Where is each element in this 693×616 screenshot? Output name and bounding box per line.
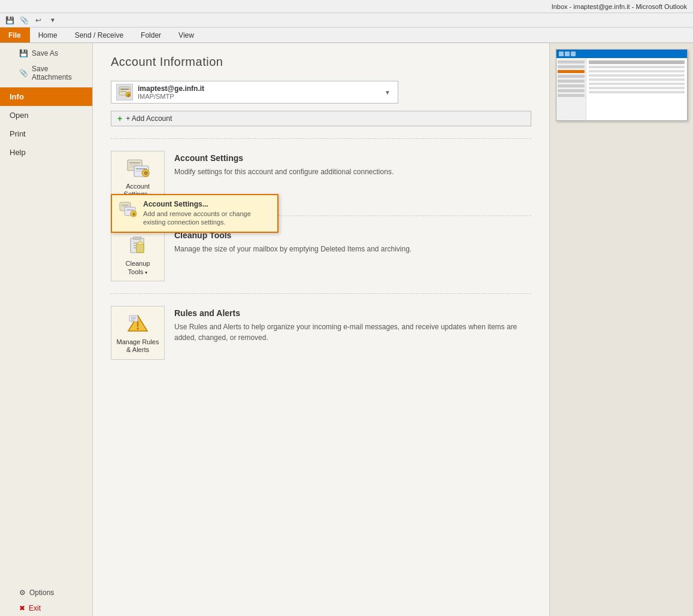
preview-body [556,58,687,120]
svg-rect-1 [120,89,129,90]
quick-access-toolbar: 💾 📎 ↩ ▼ [0,13,693,28]
account-info: imaptest@ge.infn.it IMAP/SMTP [138,84,382,100]
prev-sidebar-line-6 [558,89,585,92]
cleanup-tools-section: CleanupTools ▾ Cleanup Tools Manage the … [111,223,531,286]
prev-row-6 [589,87,685,89]
preview-dot-3 [571,51,576,56]
rules-alerts-section: Manage Rules& Alerts Rules and Alerts Us… [111,301,531,365]
save-icon[interactable]: 💾 [4,15,16,26]
options-icon: ⚙ [19,588,26,597]
app-container: 💾 Save As 📎 Save Attachments Info Open P… [0,43,693,616]
rules-alerts-label: Manage Rules& Alerts [117,338,159,354]
rules-alerts-icon [126,312,150,336]
sidebar-item-options[interactable]: ⚙ Options [0,585,92,600]
preview-titlebar [556,50,687,58]
prev-sidebar-line-2 [558,65,585,68]
prev-row-2 [589,70,685,72]
sidebar-item-info[interactable]: Info [0,87,92,106]
cleanup-tools-icon [126,233,150,257]
dropdown-account-icon: ⚙ [118,200,137,219]
save-as-icon: 💾 [19,49,28,57]
page-title: Account Information [111,55,531,69]
add-icon: + [117,114,122,123]
cleanup-tools-label: CleanupTools ▾ [126,260,150,275]
save-attach-icon: 📎 [19,69,28,77]
account-settings-heading: Account Settings [174,153,531,163]
sidebar-item-open[interactable]: Open [0,106,92,125]
open-label: Open [10,111,29,120]
account-settings-dropdown: ⚙ Account Settings... Add and remove acc… [111,194,279,233]
svg-rect-7 [129,165,138,166]
rules-alerts-text: Rules and Alerts Use Rules and Alerts to… [174,306,531,343]
preview-main-area [586,58,687,120]
exit-icon: ✖ [19,604,25,612]
svg-rect-6 [129,162,140,163]
preview-sidebar [556,58,586,120]
menu-file[interactable]: File [0,28,30,43]
prev-row-7 [589,91,685,93]
prev-row-5 [589,83,685,85]
rules-alerts-button[interactable]: Manage Rules& Alerts [111,306,165,360]
svg-text:⚙: ⚙ [127,93,130,97]
rules-alerts-desc: Use Rules and Alerts to help organize yo… [174,321,531,343]
separator-1 [111,138,531,139]
sidebar-item-print[interactable]: Print [0,125,92,143]
print-label: Print [10,129,26,138]
account-type: IMAP/SMTP [138,93,382,100]
account-settings-section: ⚙ AccountSettings ▾ Account Settings Mod… [111,146,531,208]
help-label: Help [10,148,26,157]
account-selector: ⚙ imaptest@ge.infn.it IMAP/SMTP ▼ [111,81,531,104]
cleanup-tools-desc: Manage the size of your mailbox by empty… [174,244,531,254]
svg-rect-26 [137,244,144,253]
prev-sidebar-line-4 [558,80,585,83]
svg-text:⚙: ⚙ [144,171,148,176]
menu-home[interactable]: Home [30,28,66,43]
svg-rect-15 [122,205,129,206]
undo-icon[interactable]: ↩ [32,15,44,26]
svg-point-29 [137,327,139,330]
sidebar-item-exit[interactable]: ✖ Exit [0,600,92,616]
preview-panel [549,43,693,616]
account-dropdown[interactable]: ⚙ imaptest@ge.infn.it IMAP/SMTP ▼ [111,81,398,104]
preview-dot-2 [565,51,570,56]
svg-rect-22 [133,237,141,239]
menu-folder[interactable]: Folder [132,28,170,43]
info-label: Info [10,92,24,101]
preview-dot-1 [559,51,564,56]
prev-row-1 [589,66,685,68]
attach-icon[interactable]: 📎 [18,15,30,26]
sidebar-item-save-as[interactable]: 💾 Save As [0,45,92,61]
menu-view[interactable]: View [170,28,203,43]
account-icon: ⚙ [116,84,133,101]
menu-send-receive[interactable]: Send / Receive [66,28,132,43]
svg-rect-2 [120,91,126,92]
prev-sidebar-line-1 [558,60,585,63]
add-account-button[interactable]: + + Add Account [111,111,531,126]
dropdown-item-desc: Add and remove accounts or change existi… [143,210,271,227]
separator-3 [111,293,531,294]
prev-sidebar-line-active [558,70,585,73]
preview-window [556,49,688,121]
prev-sidebar-line-5 [558,84,585,87]
account-settings-icon: ⚙ [126,156,150,180]
account-dropdown-arrow: ▼ [382,87,393,98]
svg-rect-18 [126,210,134,211]
dropdown-item-title: Account Settings... [143,200,271,208]
prev-row-3 [589,74,685,77]
menu-bar: File Home Send / Receive Folder View [0,28,693,43]
sidebar-item-help[interactable]: Help [0,143,92,162]
more-icon[interactable]: ▼ [47,15,59,26]
account-settings-menu-item[interactable]: ⚙ Account Settings... Add and remove acc… [112,195,277,232]
prev-row-4 [589,78,685,81]
rules-alerts-heading: Rules and Alerts [174,308,531,318]
account-email: imaptest@ge.infn.it [138,84,382,93]
add-account-label: + Add Account [126,114,172,123]
prev-row-header [589,60,685,64]
sidebar: 💾 Save As 📎 Save Attachments Info Open P… [0,43,93,616]
main-content: Account Information ⚙ imaptest@ge.infn.i… [93,43,549,616]
cleanup-tools-button[interactable]: CleanupTools ▾ [111,228,165,281]
account-settings-text: Account Settings Modify settings for thi… [174,151,531,177]
prev-sidebar-line-7 [558,94,585,97]
window-title: Inbox - imaptest@ge.infn.it - Microsoft … [552,3,687,10]
sidebar-item-save-attachments[interactable]: 📎 Save Attachments [0,61,92,85]
